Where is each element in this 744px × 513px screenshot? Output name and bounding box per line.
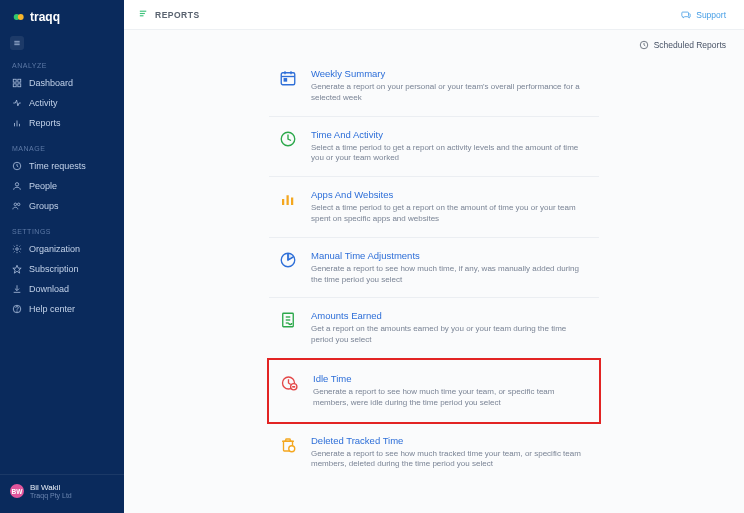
report-title: Manual Time Adjustments bbox=[311, 250, 589, 261]
svg-point-1 bbox=[18, 14, 24, 20]
calendar-icon bbox=[279, 69, 297, 87]
report-desc: Generate a report to see how much time y… bbox=[313, 387, 587, 409]
sidebar-item-subscription[interactable]: Subscription bbox=[0, 259, 124, 279]
report-desc: Generate a report on your personal or yo… bbox=[311, 82, 589, 104]
bars-icon bbox=[279, 190, 297, 208]
report-title: Idle Time bbox=[313, 373, 587, 384]
sidebar-item-label: Subscription bbox=[29, 264, 79, 274]
report-item-manual-time-adjustments[interactable]: Manual Time Adjustments Generate a repor… bbox=[269, 238, 599, 299]
gear-icon bbox=[12, 244, 22, 254]
report-list: Weekly Summary Generate a report on your… bbox=[269, 56, 599, 482]
svg-rect-29 bbox=[284, 79, 286, 81]
people-icon bbox=[12, 181, 22, 191]
report-title: Deleted Tracked Time bbox=[311, 435, 589, 446]
trash-icon bbox=[279, 436, 297, 454]
report-item-time-and-activity[interactable]: Time And Activity Select a time period t… bbox=[269, 117, 599, 178]
groups-icon bbox=[12, 201, 22, 211]
svg-rect-32 bbox=[287, 195, 289, 205]
menu-toggle-button[interactable] bbox=[10, 36, 24, 50]
sidebar-item-download[interactable]: Download bbox=[0, 279, 124, 299]
sidebar-item-organization[interactable]: Organization bbox=[0, 239, 124, 259]
page-title: REPORTS bbox=[155, 10, 200, 20]
svg-point-14 bbox=[14, 203, 17, 206]
svg-marker-17 bbox=[13, 265, 21, 273]
support-button[interactable]: Support bbox=[681, 10, 726, 20]
pie-icon bbox=[279, 251, 297, 269]
reports-mini-icon bbox=[138, 8, 149, 21]
sidebar-item-label: Reports bbox=[29, 118, 61, 128]
download-icon bbox=[12, 284, 22, 294]
svg-point-16 bbox=[16, 248, 19, 251]
brand-logo-icon bbox=[12, 10, 26, 24]
svg-point-15 bbox=[17, 203, 20, 206]
svg-rect-33 bbox=[291, 198, 293, 206]
main: REPORTS Support Scheduled Reports Weekly… bbox=[124, 0, 744, 513]
report-item-apps-and-websites[interactable]: Apps And Websites Select a time period t… bbox=[269, 177, 599, 238]
svg-rect-7 bbox=[13, 84, 16, 87]
sidebar-item-label: Organization bbox=[29, 244, 80, 254]
svg-rect-5 bbox=[13, 79, 16, 82]
user-menu[interactable]: BW Bil Wakil Traqq Pty Ltd bbox=[0, 474, 124, 507]
reports-icon bbox=[12, 118, 22, 128]
sidebar-item-help[interactable]: Help center bbox=[0, 299, 124, 319]
scheduled-reports-button[interactable]: Scheduled Reports bbox=[639, 40, 726, 50]
sidebar-item-dashboard[interactable]: Dashboard bbox=[0, 73, 124, 93]
sidebar-item-label: Time requests bbox=[29, 161, 86, 171]
star-icon bbox=[12, 264, 22, 274]
sidebar-item-reports[interactable]: Reports bbox=[0, 113, 124, 133]
sidebar-item-activity[interactable]: Activity bbox=[0, 93, 124, 113]
svg-point-13 bbox=[15, 183, 18, 186]
sidebar-item-label: People bbox=[29, 181, 57, 191]
svg-point-20 bbox=[17, 311, 18, 312]
user-name: Bil Wakil bbox=[30, 483, 72, 492]
idle-icon bbox=[281, 374, 299, 392]
svg-rect-8 bbox=[18, 84, 21, 87]
activity-icon bbox=[12, 98, 22, 108]
brand[interactable]: traqq bbox=[0, 8, 124, 32]
report-desc: Select a time period to get a report on … bbox=[311, 143, 589, 165]
scheduled-label: Scheduled Reports bbox=[654, 40, 726, 50]
report-desc: Select a time period to get a report on … bbox=[311, 203, 589, 225]
support-label: Support bbox=[696, 10, 726, 20]
topbar: REPORTS Support bbox=[124, 0, 744, 30]
report-desc: Get a report on the amounts earned by yo… bbox=[311, 324, 589, 346]
help-icon bbox=[12, 304, 22, 314]
clock-icon bbox=[279, 130, 297, 148]
report-item-idle-time[interactable]: Idle Time Generate a report to see how m… bbox=[267, 358, 601, 424]
report-title: Apps And Websites bbox=[311, 189, 589, 200]
sidebar: traqq ANALYZE Dashboard Activity Reports… bbox=[0, 0, 124, 513]
subheader: Scheduled Reports bbox=[124, 30, 744, 56]
report-item-deleted-tracked-time[interactable]: Deleted Tracked Time Generate a report t… bbox=[269, 423, 599, 483]
clock-icon bbox=[12, 161, 22, 171]
report-item-weekly-summary[interactable]: Weekly Summary Generate a report on your… bbox=[269, 56, 599, 117]
sidebar-item-people[interactable]: People bbox=[0, 176, 124, 196]
sidebar-item-time-requests[interactable]: Time requests bbox=[0, 156, 124, 176]
sidebar-item-label: Download bbox=[29, 284, 69, 294]
nav-section-analyze: ANALYZE bbox=[0, 50, 124, 73]
dashboard-icon bbox=[12, 78, 22, 88]
brand-name: traqq bbox=[30, 10, 60, 24]
sidebar-item-groups[interactable]: Groups bbox=[0, 196, 124, 216]
report-desc: Generate a report to see how much time, … bbox=[311, 264, 589, 286]
nav-section-manage: MANAGE bbox=[0, 133, 124, 156]
report-title: Time And Activity bbox=[311, 129, 589, 140]
report-title: Weekly Summary bbox=[311, 68, 589, 79]
sidebar-item-label: Activity bbox=[29, 98, 58, 108]
report-desc: Generate a report to see how much tracke… bbox=[311, 449, 589, 471]
svg-rect-31 bbox=[282, 199, 284, 205]
sidebar-item-label: Help center bbox=[29, 304, 75, 314]
report-item-amounts-earned[interactable]: Amounts Earned Get a report on the amoun… bbox=[269, 298, 599, 359]
receipt-icon bbox=[279, 311, 297, 329]
report-title: Amounts Earned bbox=[311, 310, 589, 321]
user-company: Traqq Pty Ltd bbox=[30, 492, 72, 499]
nav-section-settings: SETTINGS bbox=[0, 216, 124, 239]
sidebar-item-label: Dashboard bbox=[29, 78, 73, 88]
sidebar-item-label: Groups bbox=[29, 201, 59, 211]
svg-rect-25 bbox=[281, 73, 295, 85]
avatar: BW bbox=[10, 484, 24, 498]
svg-rect-6 bbox=[18, 79, 21, 82]
